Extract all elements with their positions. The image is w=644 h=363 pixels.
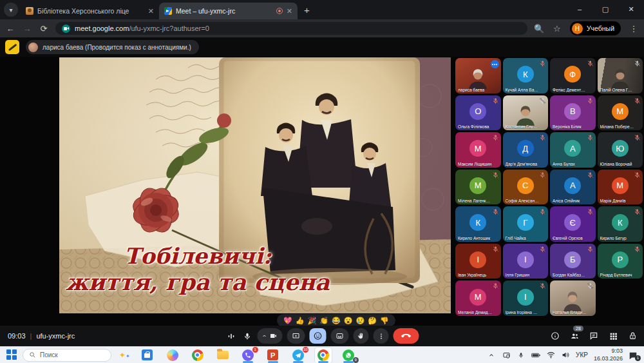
- presentation-slide[interactable]: Тобілевичі: життя, гра та сцена: [59, 57, 451, 313]
- participant-name: Євгеній Орєхов: [553, 236, 587, 240]
- microphone-icon[interactable]: [242, 330, 253, 342]
- microphone-tray-icon[interactable]: [516, 351, 526, 360]
- participant-tile[interactable]: Г Гліб Чайка: [503, 206, 549, 242]
- app-badge: 9: [353, 357, 359, 363]
- taskbar-app-powerpoint[interactable]: P: [265, 348, 281, 363]
- participant-tile[interactable]: М Марія Даниїв: [598, 170, 643, 205]
- back-icon[interactable]: ←: [5, 24, 15, 34]
- activities-icon[interactable]: [608, 331, 618, 341]
- reaction-emoji-button[interactable]: 💖: [283, 317, 292, 325]
- tab-library[interactable]: Бібліотека Херсонського ліце ✕: [21, 3, 159, 19]
- participant-tile[interactable]: Палій Олена Григо...: [598, 58, 643, 93]
- participant-tile[interactable]: К Кирило Бегур: [598, 206, 643, 242]
- meeting-time: 09:03: [8, 332, 26, 340]
- profile-chip[interactable]: Н Учебный: [570, 21, 621, 35]
- participant-tile[interactable]: В Вероніка Білик: [550, 95, 596, 131]
- participant-tile[interactable]: А Аліса Олійник: [550, 170, 596, 205]
- taskbar-app-chrome-pinned[interactable]: [189, 348, 206, 363]
- host-controls-icon[interactable]: [627, 331, 638, 341]
- reactions-button[interactable]: [310, 328, 327, 344]
- tab-search-button[interactable]: ▾: [4, 3, 18, 17]
- participant-tile[interactable]: Костянтин Глушаков: [503, 95, 549, 131]
- participant-tile[interactable]: І Ірина Ігорівна Дементьєва: [503, 280, 549, 316]
- participant-tile[interactable]: А Анна Булах: [550, 132, 596, 168]
- reaction-emoji-button[interactable]: 😢: [355, 317, 365, 325]
- participant-avatar: С: [517, 177, 534, 194]
- participant-tile[interactable]: Д Дар'я Дем'янова: [503, 132, 549, 168]
- mic-off-icon: [587, 246, 594, 253]
- info-icon[interactable]: [550, 331, 560, 341]
- participant-tile[interactable]: Ф Фелікс Дементович: [550, 58, 596, 93]
- notification-center-icon[interactable]: 1: [629, 351, 639, 360]
- more-options-button[interactable]: [374, 328, 389, 344]
- audio-levels-icon[interactable]: [225, 330, 237, 342]
- reaction-emoji-button[interactable]: 😂: [332, 317, 341, 325]
- browser-menu-icon[interactable]: ⋮: [629, 24, 639, 34]
- taskbar-app-chrome[interactable]: [315, 348, 332, 363]
- tab-close-icon[interactable]: ✕: [287, 7, 292, 15]
- participant-tile[interactable]: лариса баева: [455, 58, 501, 93]
- start-button[interactable]: [6, 349, 17, 360]
- battery-icon[interactable]: [531, 351, 540, 360]
- mic-off-icon: [634, 246, 641, 253]
- address-bar[interactable]: meet.google.com/ufu-yxmc-jrc?authuser=0: [55, 22, 527, 35]
- bookmark-star-icon[interactable]: ☆: [552, 24, 562, 34]
- participant-tile[interactable]: М Максим Ліщишин: [455, 132, 501, 168]
- cast-device-icon[interactable]: [502, 351, 511, 360]
- raise-hand-button[interactable]: [354, 328, 369, 344]
- participant-tile[interactable]: Ю Юліана Ворочай: [598, 132, 643, 168]
- reload-icon[interactable]: ⟳: [39, 24, 49, 34]
- participant-tile[interactable]: М Меланія Демидова: [455, 280, 501, 316]
- reaction-emoji-button[interactable]: 👏: [319, 317, 328, 325]
- minimize-button[interactable]: –: [567, 0, 592, 18]
- taskbar-app-store[interactable]: [139, 348, 156, 363]
- participant-name: Наталья Владимировна Ш...: [553, 310, 587, 315]
- present-screen-button[interactable]: [287, 328, 305, 344]
- tray-expand-icon[interactable]: [487, 351, 496, 360]
- chat-icon[interactable]: [589, 331, 599, 341]
- reaction-emoji-button[interactable]: 👍: [296, 317, 305, 325]
- tab-close-icon[interactable]: ✕: [148, 7, 154, 15]
- captions-button[interactable]: [331, 328, 349, 344]
- participant-tile[interactable]: М Мілана Побережна: [598, 95, 643, 131]
- taskbar-search[interactable]: Поиск: [23, 349, 111, 362]
- taskbar-app-whatsapp[interactable]: 9: [340, 348, 357, 363]
- copilot-sparkle-icon[interactable]: ✦✦: [119, 351, 130, 360]
- search-icon[interactable]: 🔍: [534, 24, 544, 34]
- participant-tile[interactable]: І Ілля Гришин: [503, 244, 549, 279]
- language-indicator[interactable]: УКР: [576, 351, 588, 358]
- participant-tile[interactable]: М Мілена Лагенкова: [455, 170, 501, 205]
- participant-tile[interactable]: І Іван Українець: [455, 244, 501, 279]
- participant-tile[interactable]: Наталья Владимировна Ш...: [550, 280, 596, 316]
- participant-tile[interactable]: О Ольга Філіпкова: [455, 95, 501, 131]
- participant-tile[interactable]: Б Богдан Кайбазаков: [550, 244, 596, 279]
- reaction-emoji-button[interactable]: 😮: [344, 317, 353, 325]
- participant-tile[interactable]: К Кучай Алла Васил...: [503, 58, 549, 93]
- reaction-emoji-button[interactable]: 👎: [380, 317, 389, 325]
- maximize-button[interactable]: ▢: [592, 0, 618, 18]
- taskbar-app-copilot[interactable]: [164, 348, 181, 363]
- taskbar-app-telegram[interactable]: 10: [290, 348, 307, 363]
- wifi-icon[interactable]: [546, 351, 555, 360]
- reaction-emoji-button[interactable]: 🤔: [368, 317, 377, 325]
- volume-icon[interactable]: [561, 351, 570, 360]
- participant-tile[interactable]: С Софія Александрова: [503, 170, 549, 205]
- new-tab-button[interactable]: +: [304, 5, 310, 15]
- tray-clock[interactable]: 9:03 16.03.2026: [594, 348, 623, 362]
- close-button[interactable]: ✕: [618, 0, 644, 18]
- reaction-emoji-button[interactable]: 🎉: [307, 317, 316, 325]
- participant-avatar: А: [564, 177, 581, 194]
- people-icon[interactable]: 28: [569, 331, 580, 341]
- participant-tile[interactable]: К Кирило Антошик: [455, 206, 501, 242]
- taskbar-app-viber[interactable]: 1: [240, 348, 256, 363]
- camera-button[interactable]: [258, 328, 283, 344]
- reaction-emoji-bar: 💖👍🎉👏😂😮😢🤔👎: [277, 314, 395, 327]
- annotation-pen-icon[interactable]: [5, 40, 19, 54]
- mic-off-icon: [634, 134, 641, 141]
- taskbar-app-explorer[interactable]: [214, 348, 231, 363]
- participant-tile[interactable]: Є Євгеній Орєхов: [550, 206, 596, 242]
- leave-call-button[interactable]: [393, 328, 419, 344]
- tab-meet[interactable]: Meet – ufu-yxmc-jrc ✕: [159, 3, 298, 19]
- forward-icon[interactable]: →: [22, 24, 32, 34]
- participant-tile[interactable]: Р Річард Бутлевич: [598, 244, 643, 279]
